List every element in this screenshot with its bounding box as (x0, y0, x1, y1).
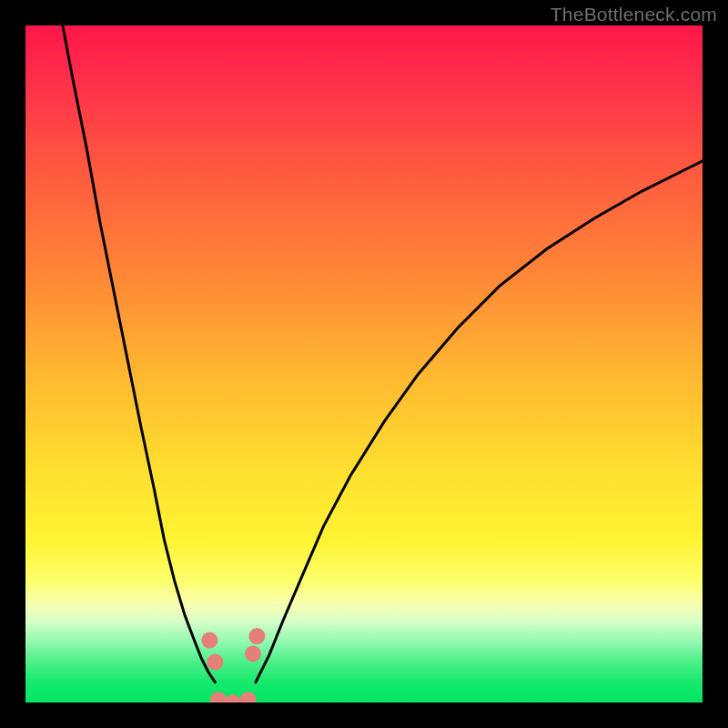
right-curve (256, 161, 703, 682)
right-curve-path (256, 161, 703, 682)
trough-marker-left (210, 692, 227, 703)
data-markers (201, 628, 265, 703)
left-curve (63, 25, 215, 682)
trough-marker-right (240, 692, 257, 703)
right-curve-marker-upper (248, 628, 265, 644)
trough-marker-center (225, 694, 241, 703)
left-curve-path (63, 25, 215, 682)
watermark-text: TheBottleneck.com (551, 4, 717, 25)
plot-area (25, 25, 703, 703)
curve-layer (25, 25, 703, 703)
right-curve-marker-lower (245, 645, 261, 662)
chart-frame: TheBottleneck.com (0, 0, 728, 728)
left-curve-marker-lower (207, 653, 223, 670)
left-curve-marker-upper (201, 632, 217, 649)
